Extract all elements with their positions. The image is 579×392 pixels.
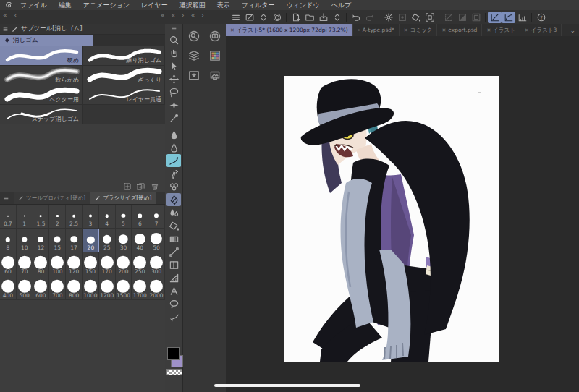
panel-menu-icon[interactable]	[3, 195, 9, 202]
add-subtool-icon[interactable]	[123, 182, 132, 191]
tab-close-icon[interactable]: •	[358, 27, 360, 33]
dock-layer-palette-icon[interactable]	[187, 49, 200, 62]
eraser-preset[interactable]: ざっくり	[83, 66, 165, 85]
tool-eraser-icon[interactable]	[166, 193, 181, 206]
brush-size-170[interactable]: 170	[99, 252, 116, 276]
brush-size-6[interactable]: 6	[132, 205, 148, 229]
brush-size-1700[interactable]: 1700	[132, 276, 148, 300]
panel-collapse-arrow-icon[interactable]: «	[161, 12, 165, 19]
menu-item[interactable]: フィルター	[236, 0, 281, 10]
tool-gradient-icon[interactable]	[166, 232, 181, 245]
tool-zoom-icon[interactable]	[166, 33, 181, 46]
tool-airbrush-icon[interactable]	[166, 167, 181, 180]
brush-size-120[interactable]: 120	[66, 252, 83, 276]
brush-size-1000[interactable]: 1000	[83, 276, 99, 300]
clear-outside-icon[interactable]	[395, 12, 409, 23]
tab-close-icon[interactable]: ✕	[486, 27, 491, 33]
brush-size-500[interactable]: 500	[17, 276, 33, 300]
brush-size-5[interactable]: 5	[116, 205, 132, 229]
panel-collapse-arrow-icon[interactable]: «	[172, 12, 176, 19]
brush-size-20[interactable]: 20	[83, 229, 99, 252]
canvas-page[interactable]	[284, 76, 499, 362]
brush-size-250[interactable]: 250	[132, 252, 148, 276]
collapse-arrow-icon[interactable]: ‹	[14, 12, 17, 19]
delete-subtool-icon[interactable]	[151, 182, 159, 191]
brush-size-40[interactable]: 40	[132, 229, 148, 252]
menu-item[interactable]: 選択範囲	[174, 0, 211, 10]
brush-size-70[interactable]: 70	[17, 252, 33, 276]
brush-size-300[interactable]: 300	[148, 252, 165, 276]
document-tab[interactable]: ✕イラスト3	[520, 24, 562, 36]
document-tab[interactable]: •A-type.psd*	[353, 24, 400, 36]
snap-special-ruler-icon[interactable]	[502, 12, 515, 23]
tab-list-chevron-icon[interactable]: ⌄	[567, 24, 578, 36]
toolbar-menu-icon[interactable]	[165, 24, 182, 33]
document-tab[interactable]: ✕export.psd	[437, 24, 482, 36]
tool-auto-select-icon[interactable]	[166, 98, 181, 111]
tool-balloon-icon[interactable]	[166, 297, 181, 310]
brush-size-7[interactable]: 7	[148, 205, 165, 229]
menu-item[interactable]: ヘルプ	[326, 0, 358, 10]
tool-move-layer-icon[interactable]	[166, 72, 181, 85]
brush-size-17[interactable]: 17	[66, 229, 83, 252]
tool-pen-icon[interactable]	[166, 128, 181, 141]
brush-size-30[interactable]: 30	[116, 229, 132, 252]
main-menu-icon[interactable]	[229, 12, 242, 23]
selection-border-icon[interactable]	[469, 12, 483, 23]
menu-item[interactable]: ファイル	[14, 0, 53, 10]
snap-ruler-icon[interactable]	[488, 12, 502, 23]
brush-size-100[interactable]: 100	[49, 252, 66, 276]
tool-eyedropper-icon[interactable]	[166, 111, 181, 124]
brush-size-8[interactable]: 8	[0, 229, 17, 252]
app-logo-icon[interactable]	[3, 1, 14, 9]
eraser-preset[interactable]: レイヤー貫通	[83, 85, 165, 105]
tool-hand-icon[interactable]	[166, 46, 181, 59]
panel-collapse-controls[interactable]: «‹	[3, 12, 17, 19]
tool-pencil-icon[interactable]	[166, 141, 181, 154]
expand-panels-icon[interactable]	[256, 12, 270, 23]
dock-navigator-icon[interactable]	[208, 30, 221, 43]
transform-icon[interactable]	[423, 12, 436, 23]
brush-size-700[interactable]: 700	[49, 276, 66, 300]
tool-brush-icon[interactable]	[166, 154, 181, 167]
brush-size-4[interactable]: 4	[99, 205, 116, 229]
new-canvas-icon[interactable]	[289, 12, 303, 23]
brush-size-2000[interactable]: 2000	[148, 276, 165, 300]
tool-ruler-icon[interactable]	[166, 271, 181, 284]
brush-size-800[interactable]: 800	[66, 276, 83, 300]
panel-collapse-arrow-icon[interactable]: ›	[182, 12, 185, 19]
collapse-arrow-icon[interactable]: «	[3, 12, 7, 19]
brush-size-150[interactable]: 150	[83, 252, 99, 276]
brush-size-1[interactable]: 1	[17, 205, 33, 229]
deselect-icon[interactable]	[441, 12, 455, 23]
document-tab[interactable]: ✕コミック	[400, 24, 438, 36]
brush-size-80[interactable]: 80	[33, 252, 50, 276]
eraser-preset[interactable]: 硬め	[0, 46, 83, 66]
horizontal-scrollbar[interactable]	[214, 384, 360, 387]
tab-close-icon[interactable]: ✕	[441, 27, 446, 33]
tool-figure-icon[interactable]	[166, 245, 181, 258]
brush-size-25[interactable]: 25	[99, 229, 116, 252]
brush-size-1200[interactable]: 1200	[99, 276, 116, 300]
brush-size-2.5[interactable]: 2.5	[66, 205, 83, 229]
tool-selection-icon[interactable]	[166, 85, 181, 98]
subtool-panel-header[interactable]: サブツール[消しゴム]	[0, 24, 165, 35]
brush-size-3[interactable]: 3	[83, 205, 99, 229]
tool-blend-icon[interactable]	[166, 206, 181, 219]
invert-selection-icon[interactable]	[455, 12, 469, 23]
dock-sub-view-icon[interactable]	[208, 69, 221, 82]
duplicate-subtool-icon[interactable]	[137, 182, 145, 191]
foreground-color-swatch[interactable]	[167, 347, 180, 360]
menu-item[interactable]: アニメーション	[77, 0, 135, 10]
tab-close-icon[interactable]: ✕	[230, 27, 234, 33]
panel-menu-icon[interactable]	[2, 26, 9, 33]
eraser-preset[interactable]: スナップ消しゴム	[0, 105, 83, 124]
panel-dividers[interactable]: ««›«›	[161, 12, 204, 19]
tab-close-icon[interactable]: ✕	[404, 27, 408, 33]
brush-size-1500[interactable]: 1500	[116, 276, 132, 300]
brush-size-400[interactable]: 400	[0, 276, 17, 300]
canvas-viewport[interactable]	[226, 36, 579, 392]
snap-grid-icon[interactable]	[515, 12, 529, 23]
brush-size-0.7[interactable]: 0.7	[0, 205, 17, 229]
eraser-preset[interactable]: ベクター用	[0, 85, 83, 105]
